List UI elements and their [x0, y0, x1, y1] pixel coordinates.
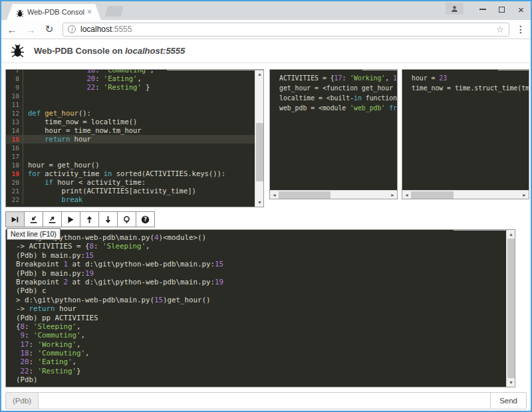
bookmark-star-icon[interactable]: ☆	[496, 25, 504, 35]
line-text: 17: 'Working',	[11, 340, 81, 349]
line-text: -> ACTIVITIES = {8: 'Sleeping',	[11, 242, 150, 251]
line-number[interactable]: 16	[6, 144, 23, 152]
line-text: 18: 'Commuting',	[23, 70, 154, 74]
minimize-button[interactable]	[473, 1, 492, 17]
globals-scrollbar-thumb[interactable]	[279, 191, 331, 199]
line-text: 9: 'Commuting',	[11, 331, 85, 340]
new-tab-button[interactable]	[105, 6, 124, 17]
forward-button[interactable]: →	[23, 21, 39, 37]
close-button[interactable]: ×	[511, 1, 531, 17]
forward-icon: →	[26, 24, 36, 35]
line-number[interactable]: 8	[6, 74, 23, 83]
continue-button[interactable]	[61, 211, 80, 227]
globals-scrollbar[interactable]: ◄ ►	[270, 190, 397, 199]
line-number[interactable]: 10	[6, 92, 23, 100]
position-pin-icon	[122, 215, 131, 224]
step-into-button[interactable]	[24, 211, 43, 227]
scroll-down-icon[interactable]: ▼	[507, 378, 515, 387]
send-button[interactable]: Send	[491, 392, 527, 409]
next-line-tooltip: Next line (F10)	[7, 228, 61, 240]
browser-window: Web-PDB Console on lo × × ← → ↻ i localh…	[0, 0, 532, 412]
line-text: {8: 'Sleeping',	[11, 322, 81, 331]
scroll-right-icon[interactable]: ►	[388, 191, 397, 199]
info-icon[interactable]: i	[68, 25, 76, 33]
line-text: Breakpoint 1 at d:\git\python-web-pdb\ma…	[11, 260, 223, 268]
line-number[interactable]: 20	[6, 178, 23, 187]
refresh-icon: ↻	[45, 23, 54, 35]
refresh-button[interactable]: ↻	[41, 21, 57, 37]
console-line: > d:\git\python-web-pdb\main.py(4)<modul…	[11, 233, 501, 242]
person-icon	[450, 5, 459, 13]
code-panel: Current file: main.py(15) 7 18: 'Commuti…	[5, 69, 264, 207]
command-input[interactable]	[38, 392, 491, 409]
code-editor[interactable]: 7 18: 'Commuting',8 20: 'Eating',9 22: '…	[6, 70, 255, 207]
where-button[interactable]	[117, 211, 136, 227]
breakpoint-line-number[interactable]: 15	[6, 135, 23, 144]
line-number[interactable]: 13	[6, 118, 23, 126]
line-text: 20: 'Eating',	[23, 74, 142, 83]
pdb-console-output[interactable]: > d:\git\python-web-pdb\main.py(4)<modul…	[6, 230, 506, 387]
up-button[interactable]	[80, 211, 99, 227]
scroll-up-icon[interactable]: ▲	[255, 70, 264, 78]
line-number[interactable]: 7	[6, 70, 23, 74]
next-line-button[interactable]	[5, 211, 25, 227]
console-line: Breakpoint 2 at d:\git\python-web-pdb\ma…	[11, 278, 501, 286]
help-button[interactable]: ?	[136, 211, 155, 227]
svg-text:?: ?	[144, 216, 147, 223]
breakpoint-line-number[interactable]: 19	[6, 169, 23, 178]
locals-scrollbar-thumb[interactable]	[411, 191, 454, 199]
locals-line: hour = 23	[407, 73, 524, 83]
line-text: 18: 'Commuting',	[11, 349, 90, 358]
line-number[interactable]: 17	[6, 152, 23, 161]
line-number[interactable]: 21	[6, 187, 23, 195]
scroll-right-icon[interactable]: ►	[520, 191, 529, 199]
globals-line: get_hour = <function get_hour at 0	[275, 83, 392, 93]
pdb-prompt-label: (Pdb)	[5, 392, 38, 409]
globals-line: ACTIVITIES = {17: 'Working', 18: '	[275, 73, 392, 83]
down-button[interactable]	[98, 211, 118, 227]
scroll-down-icon[interactable]: ▼	[255, 198, 264, 207]
bug-logo-icon	[11, 44, 25, 58]
browser-tab[interactable]: Web-PDB Console on lo ×	[7, 4, 101, 20]
line-text: hour = time_now.tm_hour	[23, 126, 142, 135]
step-out-button[interactable]	[43, 211, 62, 227]
line-number[interactable]: 22	[6, 195, 23, 204]
address-bar[interactable]: i localhost :5555 ☆	[63, 23, 509, 37]
tab-title: Web-PDB Console on lo	[27, 8, 84, 16]
line-text: for activity_time in sorted(ACTIVITIES.k…	[23, 169, 225, 178]
browser-menu-button[interactable]: ⋮	[513, 21, 528, 37]
code-scrollbar[interactable]: ▲ ▼	[255, 70, 263, 207]
scroll-left-icon[interactable]: ◄	[270, 191, 279, 199]
globals-label: Globals	[362, 69, 398, 70]
scroll-left-icon[interactable]: ◄	[402, 191, 411, 199]
console-line: Breakpoint 1 at d:\git\python-web-pdb\ma…	[11, 260, 501, 268]
scroll-up-icon[interactable]: ▲	[507, 230, 515, 239]
tab-close-icon[interactable]: ×	[87, 8, 92, 16]
code-line: 16	[6, 144, 255, 152]
line-number[interactable]: 14	[6, 126, 23, 135]
url-port: :5555	[112, 25, 132, 34]
console-scrollbar[interactable]: ▲ ▼	[506, 230, 515, 387]
code-line: 15 return hour	[6, 135, 255, 144]
line-number[interactable]: 12	[6, 109, 23, 118]
pdb-console-panel: PDB Console > d:\git\python-web-pdb\main…	[5, 229, 515, 387]
console-line: -> return hour	[11, 304, 501, 313]
globals-line: localtime = <built-in function loc	[275, 93, 392, 103]
line-text: hour = get_hour()	[23, 161, 99, 169]
profile-button[interactable]	[446, 3, 464, 15]
console-line: (Pdb)	[11, 375, 501, 384]
line-number[interactable]: 11	[6, 100, 23, 109]
up-arrow-icon	[85, 215, 94, 224]
maximize-button[interactable]	[492, 1, 511, 17]
line-text: print(ACTIVITIES[activity_time])	[23, 187, 196, 195]
console-line: (Pdb) pp ACTIVITIES	[11, 314, 501, 322]
line-number[interactable]: 9	[6, 83, 23, 92]
console-scrollbar-thumb[interactable]	[507, 239, 515, 378]
line-text: hour = 23	[407, 73, 447, 83]
back-button[interactable]: ←	[4, 21, 20, 37]
locals-scrollbar[interactable]: ◄ ►	[402, 190, 529, 199]
code-scrollbar-thumb[interactable]	[256, 123, 263, 181]
line-number[interactable]: 18	[6, 161, 23, 169]
line-text: ACTIVITIES = {17: 'Working', 18: '	[275, 73, 397, 83]
code-line: 7 18: 'Commuting',	[6, 70, 255, 74]
